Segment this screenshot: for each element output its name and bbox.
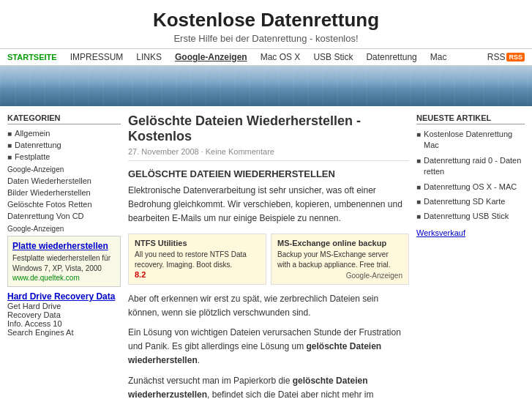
ad-block1-text: Festplatte wiederherstellen für Windows … [12, 253, 116, 274]
article-section-heading: GELÖSCHTE DATEIEN WIEDERHERSTELLEN [128, 168, 409, 179]
sidebar-allgemein[interactable]: ■ Allgemein [7, 129, 121, 138]
article-para3: Ein Lösung von wichtigen Dateien verursa… [128, 326, 409, 368]
article-para4: Zunächst versucht man im Papierkorb die … [128, 374, 409, 400]
banner [0, 66, 532, 106]
bullet-icon: ■ [416, 130, 421, 140]
sidebar-allgemein-label: Allgemein [15, 129, 50, 138]
right-link-4[interactable]: ■ Datenrettung SD Karte [416, 196, 525, 207]
right-link-5[interactable]: ■ Datenrettung USB Stick [416, 211, 525, 222]
rss-icon: RSS [506, 53, 525, 61]
ad-google-label: Google-Anzeigen [277, 272, 402, 280]
rss-link[interactable]: RSS RSS [487, 52, 525, 62]
sidebar-google-label: Google-Anzeigen [7, 165, 121, 174]
main-layout: KATEGORIEN ■ Allgemein ■ Datenrettung ■ … [0, 106, 532, 399]
sidebar-ad2-label: Bilder Wiederherstellen [7, 188, 91, 197]
right-sidebar: NEUESTE ARTIKEL ■ Kostenlose Datenrettun… [416, 113, 525, 399]
sidebar-ad4-label: Datenrettung Von CD [7, 212, 84, 220]
site-subtitle: Erste Hilfe bei der Datenrettung - koste… [0, 33, 532, 44]
nav-mac[interactable]: Mac [430, 52, 447, 62]
ad-block1-url: www.de.queltek.com [12, 274, 116, 282]
right-sidebar-title: NEUESTE ARTIKEL [416, 113, 525, 124]
kategorien-title: KATEGORIEN [7, 113, 121, 124]
ad-box-left-rating: 8.2 [135, 270, 260, 279]
bullet-icon: ■ [416, 156, 421, 166]
nav-impressum[interactable]: IMPRESSUM [70, 52, 124, 62]
ad-block2-line2: Recovery Data [7, 310, 121, 319]
sidebar-festplatte-label: Festplatte [15, 152, 50, 161]
banner-overlay [0, 66, 532, 106]
right-link-2[interactable]: ■ Datenrettung raid 0 - Daten retten [416, 155, 525, 178]
bullet-icon: ■ [7, 141, 12, 149]
bullet-icon: ■ [416, 212, 421, 222]
article-para2: Aber oft erkennen wir erst zu spät, wie … [128, 292, 409, 320]
sidebar-bilder-wiederherstellen[interactable]: Bilder Wiederherstellen [7, 188, 121, 197]
main-nav: STARTSEITE IMPRESSUM LINKS Google-Anzeig… [0, 48, 532, 66]
sidebar-ad1-label: Daten Wiederherstellen [7, 176, 91, 185]
sidebar-ad-block1: Platte wiederherstellen Festplatte wiede… [7, 236, 121, 287]
ad-box-left[interactable]: NTFS Utilities All you need to restore N… [128, 234, 266, 285]
rss-label: RSS [487, 52, 506, 62]
ad-box-left-text: All you need to restore NTFS Data recove… [135, 250, 260, 270]
ad-box-left-title: NTFS Utilities [135, 239, 260, 247]
werkverkauf-link[interactable]: Werksverkauf [416, 228, 525, 237]
nav-macosx[interactable]: Mac OS X [261, 52, 301, 62]
right-link-1[interactable]: ■ Kostenlose Datenrettung Mac [416, 129, 525, 152]
article-meta: 27. November 2008 · Keine Kommentare [128, 147, 409, 161]
ad-block2-line4: Search Engines At [7, 328, 121, 337]
main-content: Gelöschte Dateien Wiederherstellen - Kos… [128, 113, 409, 399]
site-title: Kostenlose Datenrettung [0, 9, 532, 31]
right-item-2: Datenrettung raid 0 - Daten retten [424, 155, 525, 178]
left-sidebar: KATEGORIEN ■ Allgemein ■ Datenrettung ■ … [7, 113, 121, 399]
ad-block1-title[interactable]: Platte wiederherstellen [12, 241, 116, 251]
sidebar-ad3-label: Gelöschte Fotos Retten [7, 200, 92, 209]
article-ad-row: NTFS Utilities All you need to restore N… [128, 234, 409, 285]
ad-block2-title[interactable]: Hard Drive Recovery Data [7, 291, 121, 302]
nav-usbstick[interactable]: USB Stick [313, 52, 353, 62]
ad-block2-line1: Get Hard Drive [7, 302, 121, 310]
sidebar-festplatte[interactable]: ■ Festplatte [7, 152, 121, 161]
sidebar-datenrettung-cd[interactable]: Datenrettung Von CD [7, 212, 121, 220]
ad-box-right[interactable]: MS-Exchange online backup Backup your MS… [271, 234, 409, 285]
ad-box-right-text: Backup your MS-Exchange server with a ba… [277, 250, 402, 270]
bullet-icon: ■ [416, 197, 421, 207]
sidebar-ad-block2: Hard Drive Recovery Data Get Hard Drive … [7, 291, 121, 337]
bullet-icon: ■ [7, 130, 12, 138]
sidebar-daten-wiederherstellen[interactable]: Daten Wiederherstellen [7, 176, 121, 185]
nav-links[interactable]: LINKS [136, 52, 162, 62]
nav-datenrettung[interactable]: Datenrettung [366, 52, 416, 62]
sidebar-google2-label: Google-Anzeigen [7, 225, 121, 233]
bullet-icon: ■ [416, 182, 421, 193]
nav-startseite[interactable]: STARTSEITE [7, 53, 57, 61]
right-item-1: Kostenlose Datenrettung Mac [424, 129, 525, 152]
article-para1: Elektronische Datenverarbeitung ist sehr… [128, 184, 409, 226]
article-title: Gelöschte Dateien Wiederherstellen - Kos… [128, 113, 409, 144]
bullet-icon: ■ [7, 153, 12, 161]
sidebar-geloeschte-fotos[interactable]: Gelöschte Fotos Retten [7, 200, 121, 209]
right-link-3[interactable]: ■ Datenrettung OS X - MAC [416, 182, 525, 193]
right-item-3: Datenrettung OS X - MAC [424, 182, 517, 193]
right-item-4: Datenrettung SD Karte [424, 196, 505, 207]
sidebar-datenrettung[interactable]: ■ Datenrettung [7, 141, 121, 149]
nav-google-anzeigen[interactable]: Google-Anzeigen [175, 52, 247, 62]
ad-block2-line3: Info. Access 10 [7, 319, 121, 328]
ad-box-right-title: MS-Exchange online backup [277, 239, 402, 247]
sidebar-datenrettung-label: Datenrettung [15, 141, 61, 149]
right-item-5: Datenrettung USB Stick [424, 211, 509, 222]
page-header: Kostenlose Datenrettung Erste Hilfe bei … [0, 0, 532, 48]
